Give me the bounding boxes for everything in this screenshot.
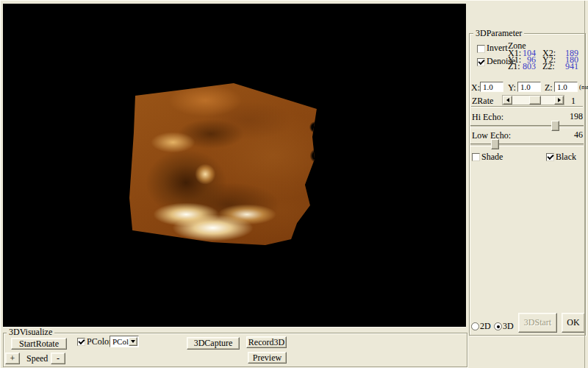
scrollbar-right-arrow-icon[interactable] (554, 96, 564, 105)
parameter-panel: 3DParameter Invert Denoise Zone X1: 104 … (467, 1, 588, 368)
preview-button[interactable]: Preview (248, 352, 287, 364)
scale-z-input[interactable]: 1.0 (554, 82, 578, 92)
scale-x-label: X: (471, 84, 480, 92)
zrate-value: 1 (571, 97, 576, 105)
3dvisualize-groupbox: 3DVisualize StartRotate + Speed - PColor… (3, 333, 467, 367)
zrate-scrollbar[interactable] (502, 95, 564, 105)
hi-echo-slider-track[interactable] (470, 125, 584, 128)
ultrasound-volume-render (129, 80, 319, 248)
scale-z-label: Z: (545, 84, 553, 92)
denoise-checkbox[interactable] (477, 58, 485, 66)
low-echo-slider-thumb[interactable] (491, 139, 499, 149)
checkmark-icon (478, 58, 484, 65)
3dcapture-button[interactable]: 3DCapture (187, 337, 240, 350)
scrollbar-left-arrow-icon[interactable] (503, 96, 512, 105)
ok-button[interactable]: OK (562, 313, 585, 333)
speed-label: Speed (26, 355, 48, 363)
mode-2d-label: 2D (480, 322, 491, 330)
mode-3d-radio[interactable] (494, 322, 502, 330)
3d-viewport[interactable] (3, 4, 466, 328)
zrate-scrollbar-thumb[interactable] (529, 96, 541, 105)
pcolor-checkbox[interactable] (77, 338, 85, 346)
invert-label: Invert (487, 44, 508, 52)
zrate-label: ZRate (472, 97, 493, 105)
shade-checkbox[interactable] (472, 153, 480, 161)
zone-z2-value: 941 (558, 63, 578, 71)
3dparameter-groupbox: 3DParameter Invert Denoise Zone X1: 104 … (469, 33, 586, 336)
speed-minus-button[interactable]: - (51, 353, 65, 364)
panel-edge-line (584, 1, 585, 368)
hi-echo-label: Hi Echo: (472, 113, 503, 121)
app-window: 3DParameter Invert Denoise Zone X1: 104 … (0, 0, 588, 368)
scale-y-label: Y: (508, 84, 516, 92)
mode-3d-label: 3D (503, 322, 514, 330)
pcolor-label: PColor (87, 338, 112, 346)
invert-checkbox[interactable] (477, 45, 485, 53)
shade-label: Shade (481, 153, 503, 161)
low-echo-slider-track[interactable] (470, 144, 584, 146)
scale-x-input[interactable]: 1.0 (480, 82, 503, 92)
checkmark-icon (547, 153, 553, 160)
mode-2d-radio[interactable] (471, 322, 479, 330)
radio-dot-icon (497, 325, 500, 328)
scale-unit-label: (mm/p) (579, 83, 588, 91)
3dparameter-group-title: 3DParameter (473, 29, 524, 38)
low-echo-value: 46 (561, 131, 583, 139)
zone-z1-value: 803 (517, 63, 536, 71)
black-label: Black (556, 153, 576, 161)
zone-z2-label: Z2: (542, 63, 555, 71)
pcolor-combobox[interactable]: PColor (110, 336, 139, 347)
separator (471, 106, 583, 107)
scale-y-input[interactable]: 1.0 (517, 82, 541, 92)
chevron-down-icon[interactable] (129, 337, 137, 346)
black-checkbox[interactable] (546, 153, 554, 161)
start-rotate-button[interactable]: StartRotate (11, 338, 67, 350)
speed-plus-button[interactable]: + (5, 353, 20, 364)
record3d-button[interactable]: Record3D (246, 336, 287, 348)
hi-echo-slider-thumb[interactable] (551, 121, 559, 131)
3dstart-button[interactable]: 3DStart (518, 313, 557, 333)
hi-echo-value: 198 (558, 113, 583, 121)
checkmark-icon (78, 338, 85, 344)
3dvisualize-group-title: 3DVisualize (7, 328, 54, 336)
